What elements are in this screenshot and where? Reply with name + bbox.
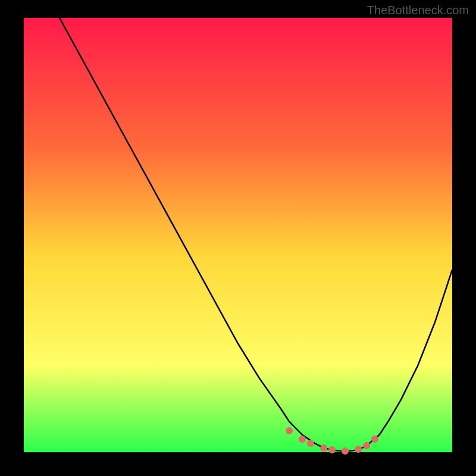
highlight-dot <box>371 436 378 443</box>
chart-area <box>24 18 452 452</box>
optimal-range-markers <box>24 18 452 452</box>
highlight-dot <box>307 440 314 447</box>
highlight-dot <box>328 446 336 453</box>
highlight-dot <box>363 442 370 449</box>
highlight-dot <box>286 427 293 434</box>
highlight-dot <box>342 447 349 455</box>
watermark-text: TheBottleneck.com <box>367 4 469 17</box>
highlight-dot <box>355 446 362 453</box>
highlight-dot <box>299 436 306 443</box>
highlight-dot <box>320 444 327 452</box>
